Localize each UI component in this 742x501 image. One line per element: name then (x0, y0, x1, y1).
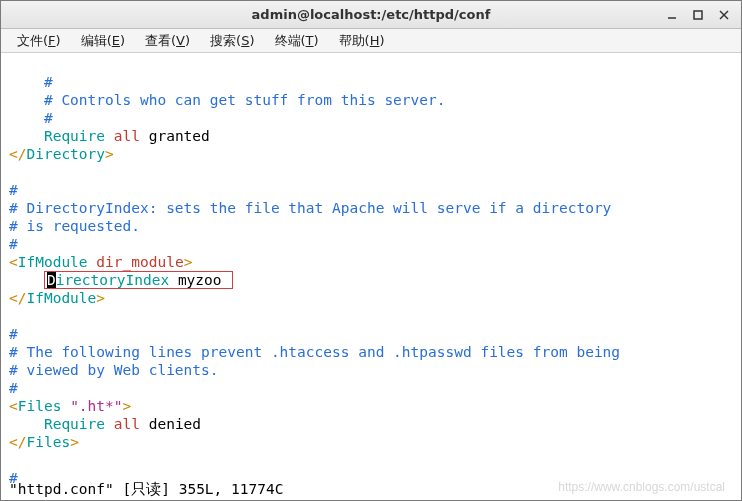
vim-status-line: "httpd.conf" [只读] 355L, 11774Chttps://ww… (9, 480, 733, 498)
maximize-icon (693, 10, 703, 20)
menu-terminal[interactable]: 终端(T) (265, 30, 329, 52)
code-line: # Controls who can get stuff from this s… (9, 92, 446, 108)
arg: all (114, 128, 140, 144)
keyword: Require (44, 128, 105, 144)
menubar: 文件(F) 编辑(E) 查看(V) 搜索(S) 终端(T) 帮助(H) (1, 29, 741, 53)
menu-view[interactable]: 查看(V) (135, 30, 200, 52)
minimize-button[interactable] (659, 5, 685, 25)
directive-value: myzoo (178, 272, 222, 288)
code-line: # (9, 326, 18, 342)
tag-name: Files (26, 434, 70, 450)
tag-name: IfModule (18, 254, 88, 270)
watermark: https://www.cnblogs.com/ustcal (558, 478, 725, 496)
tag-bracket: < (9, 254, 18, 270)
code-line: # viewed by Web clients. (9, 362, 219, 378)
tag-name: Files (18, 398, 62, 414)
svg-rect-1 (694, 11, 702, 19)
tag-bracket: </ (9, 146, 26, 162)
tag-name: IfModule (26, 290, 96, 306)
code-line: # DirectoryIndex: sets the file that Apa… (9, 200, 611, 216)
titlebar: admin@localhost:/etc/httpd/conf (1, 1, 741, 29)
tag-bracket: < (9, 398, 18, 414)
window-controls (659, 5, 737, 25)
code-line: # (9, 110, 53, 126)
arg: all (114, 416, 140, 432)
minimize-icon (667, 10, 677, 20)
code-line: # (9, 74, 53, 90)
tag-bracket: > (184, 254, 193, 270)
terminal-content[interactable]: # # Controls who can get stuff from this… (1, 53, 741, 500)
tag-arg: dir_module (96, 254, 183, 270)
tag-bracket: > (105, 146, 114, 162)
close-icon (719, 10, 729, 20)
menu-search[interactable]: 搜索(S) (200, 30, 264, 52)
arg: granted (149, 128, 210, 144)
tag-bracket: > (70, 434, 79, 450)
code-line: # The following lines prevent .htaccess … (9, 344, 620, 360)
menu-edit[interactable]: 编辑(E) (71, 30, 135, 52)
keyword: Require (44, 416, 105, 432)
code-line: # (9, 380, 18, 396)
cursor-line-highlight: DirectoryIndex myzoo (44, 271, 233, 289)
window-title: admin@localhost:/etc/httpd/conf (252, 7, 491, 22)
code-line: # is requested. (9, 218, 140, 234)
tag-bracket: </ (9, 434, 26, 450)
tag-name: Directory (26, 146, 105, 162)
directive: irectoryIndex (56, 272, 170, 288)
code-line: # (9, 182, 18, 198)
tag-bracket: > (96, 290, 105, 306)
menu-help[interactable]: 帮助(H) (329, 30, 395, 52)
arg: denied (149, 416, 201, 432)
cursor: D (47, 272, 56, 288)
close-button[interactable] (711, 5, 737, 25)
maximize-button[interactable] (685, 5, 711, 25)
menu-file[interactable]: 文件(F) (7, 30, 71, 52)
tag-bracket: > (123, 398, 132, 414)
tag-bracket: </ (9, 290, 26, 306)
code-line: # (9, 236, 18, 252)
tag-arg: ".ht*" (70, 398, 122, 414)
